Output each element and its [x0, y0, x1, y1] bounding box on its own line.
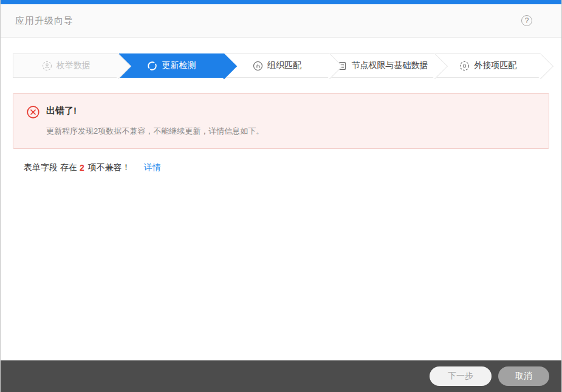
result-prefix: 表单字段 存在	[24, 162, 77, 173]
step-external-matching: 外接项匹配	[435, 53, 541, 78]
help-icon[interactable]: ?	[521, 15, 532, 26]
result-suffix: 项不兼容！	[88, 162, 131, 173]
wizard-body: 枚举数据 更新检测 组织匹配	[1, 38, 561, 360]
step-enumerate-data: 枚举数据	[13, 53, 119, 78]
enumerate-icon	[42, 61, 52, 71]
step-label: 更新检测	[162, 60, 196, 71]
org-chart-icon	[253, 61, 263, 71]
error-content: 出错了! 更新程序发现2项数据不兼容，不能继续更新，详情信息如下。	[46, 105, 264, 137]
wizard-footer: 下一步 取消	[1, 360, 561, 392]
accent-top-bar	[1, 0, 561, 4]
step-label: 节点权限与基础数据	[352, 60, 428, 71]
details-link[interactable]: 详情	[144, 162, 161, 173]
page-title: 应用升级向导	[15, 15, 74, 27]
incompatible-count: 2	[80, 163, 84, 173]
cancel-button[interactable]: 取消	[498, 366, 549, 386]
step-update-detection: 更新检测	[119, 53, 225, 78]
step-label: 枚举数据	[57, 60, 91, 71]
refresh-icon	[147, 61, 157, 71]
step-label: 外接项匹配	[474, 60, 516, 71]
error-title: 出错了!	[46, 105, 264, 117]
wizard-step-bar: 枚举数据 更新检测 组织匹配	[13, 53, 541, 78]
step-label: 组织匹配	[267, 60, 301, 71]
next-step-button[interactable]: 下一步	[430, 366, 492, 386]
error-circle-x-icon	[27, 106, 39, 119]
error-alert: 出错了! 更新程序发现2项数据不兼容，不能继续更新，详情信息如下。	[13, 93, 549, 149]
step-org-matching: 组织匹配	[224, 53, 330, 78]
step-node-permissions: 节点权限与基础数据	[330, 53, 436, 78]
external-item-icon	[459, 61, 470, 71]
wizard-header: 应用升级向导 ?	[1, 4, 561, 38]
incompatible-result-line: 表单字段 存在 2 项不兼容！ 详情	[13, 162, 549, 173]
error-message: 更新程序发现2项数据不兼容，不能继续更新，详情信息如下。	[46, 126, 264, 137]
upgrade-wizard-window: 应用升级向导 ? 枚举数据	[0, 0, 562, 392]
